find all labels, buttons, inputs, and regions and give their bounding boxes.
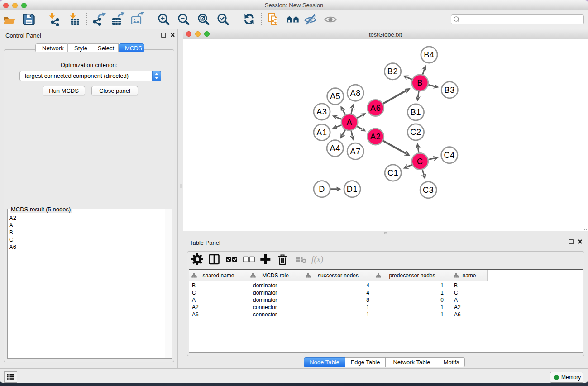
- svg-text:A7: A7: [350, 147, 361, 156]
- svg-text:A5: A5: [330, 92, 341, 101]
- svg-text:A6: A6: [370, 104, 381, 113]
- svg-text:A4: A4: [330, 144, 340, 153]
- svg-text:A8: A8: [350, 89, 361, 98]
- svg-text:B3: B3: [444, 86, 455, 95]
- svg-text:D: D: [319, 185, 325, 194]
- svg-text:B2: B2: [387, 67, 398, 76]
- svg-text:D1: D1: [347, 185, 358, 194]
- svg-text:Memory: Memory: [561, 374, 581, 381]
- svg-text:B1: B1: [411, 108, 421, 117]
- svg-text:A: A: [347, 118, 353, 127]
- svg-text:C: C: [417, 157, 423, 166]
- svg-text:A3: A3: [316, 107, 327, 116]
- svg-text:B: B: [417, 78, 423, 87]
- svg-text:C3: C3: [423, 186, 434, 195]
- svg-text:A1: A1: [316, 128, 327, 137]
- svg-text:A2: A2: [370, 132, 381, 141]
- svg-text:f(x): f(x): [311, 254, 323, 264]
- svg-text:C1: C1: [387, 168, 399, 177]
- svg-text:C4: C4: [444, 151, 455, 160]
- svg-text:B4: B4: [424, 50, 435, 59]
- svg-text:C2: C2: [410, 128, 421, 137]
